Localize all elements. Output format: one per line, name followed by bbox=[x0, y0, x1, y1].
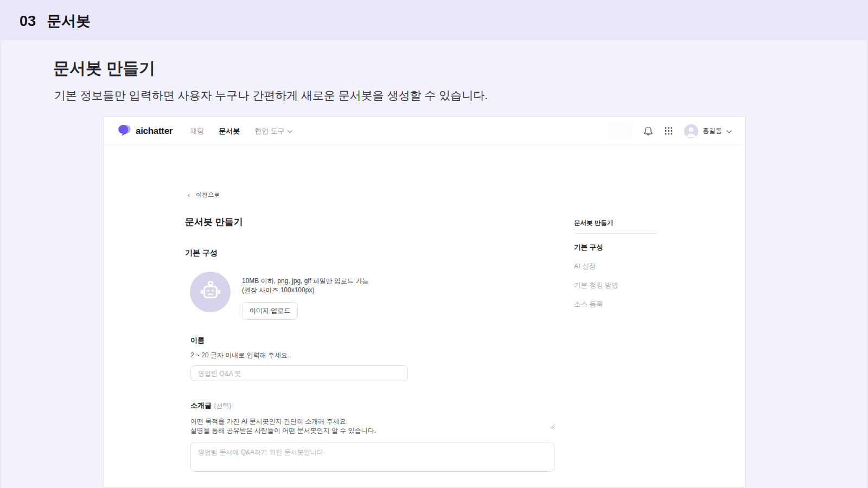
step-ai-settings[interactable]: AI 설정 bbox=[574, 262, 658, 271]
intro-field-label: 소개글 bbox=[190, 401, 212, 409]
brand-logo[interactable]: aichatter bbox=[117, 124, 173, 139]
upload-info: 10MB 이하, png, jpg, gif 파일만 업로드 가능 (권장 사이… bbox=[242, 272, 368, 320]
app-nav: 채팅 문서봇 협업 도구 bbox=[190, 126, 292, 136]
app-body: ‹ 이전으로 문서봇 만들기 기본 구성 bbox=[104, 145, 745, 487]
app-header: aichatter 채팅 문서봇 협업 도구 bbox=[104, 117, 745, 145]
stepper-nav: 문서봇 만들기 기본 구성 AI 설정 기본 청킹 방법 소스 등록 bbox=[574, 219, 658, 309]
step-chunking-method[interactable]: 기본 청킹 방법 bbox=[574, 281, 658, 290]
header-right: 홍길동 bbox=[608, 122, 732, 140]
step-source-register[interactable]: 소스 등록 bbox=[574, 300, 658, 309]
bot-avatar-placeholder bbox=[190, 272, 231, 312]
name-field-group: 이름 2 ~ 20 글자 이내로 입력해 주세요. bbox=[190, 336, 408, 381]
upload-info-line1: 10MB 이하, png, jpg, gif 파일만 업로드 가능 bbox=[242, 277, 368, 286]
slide: 03 문서봇 문서봇 만들기 기본 정보들만 입력하면 사용자 누구나 간편하게… bbox=[0, 0, 868, 488]
step-basic-config[interactable]: 기본 구성 bbox=[574, 243, 658, 252]
intro-field-label-row: 소개글 (선택) bbox=[190, 400, 554, 410]
avatar bbox=[684, 124, 698, 138]
name-field-label: 이름 bbox=[190, 336, 408, 345]
app-screenshot-card: aichatter 채팅 문서봇 협업 도구 bbox=[103, 117, 746, 487]
brand-name: aichatter bbox=[136, 126, 173, 137]
section-title-basic: 기본 구성 bbox=[185, 248, 218, 258]
textarea-resize-handle[interactable] bbox=[550, 424, 555, 429]
image-upload-button[interactable]: 이미지 업로드 bbox=[242, 302, 298, 320]
nav-item-collab-tools[interactable]: 협업 도구 bbox=[254, 126, 292, 136]
stepper-items: 기본 구성 AI 설정 기본 청킹 방법 소스 등록 bbox=[574, 243, 658, 309]
user-menu[interactable]: 홍길동 bbox=[684, 124, 732, 138]
back-label: 이전으로 bbox=[196, 191, 220, 199]
intro-helper-line1: 어떤 목적을 가진 AI 문서봇인지 간단히 소개해 주세요. bbox=[190, 417, 554, 426]
nav-item-chat[interactable]: 채팅 bbox=[190, 126, 204, 136]
chevron-left-icon: ‹ bbox=[188, 191, 190, 198]
nav-item-docbot[interactable]: 문서봇 bbox=[219, 126, 240, 136]
upload-info-line2: (권장 사이즈 100x100px) bbox=[242, 286, 368, 295]
back-link[interactable]: ‹ 이전으로 bbox=[188, 191, 220, 199]
robot-icon bbox=[199, 280, 222, 305]
panel-subtitle: 기본 정보들만 입력하면 사용자 누구나 간편하게 새로운 문서봇을 생성할 수… bbox=[54, 88, 488, 103]
intro-textarea[interactable] bbox=[190, 442, 554, 472]
faded-highlight bbox=[608, 122, 632, 140]
intro-field-helper: 어떤 목적을 가진 AI 문서봇인지 간단히 소개해 주세요. 설명을 통해 공… bbox=[190, 417, 554, 435]
content-panel: 문서봇 만들기 기본 정보들만 입력하면 사용자 누구나 간편하게 새로운 문서… bbox=[1, 40, 867, 488]
name-input[interactable] bbox=[190, 365, 408, 381]
intro-field-group: 소개글 (선택) 어떤 목적을 가진 AI 문서봇인지 간단히 소개해 주세요.… bbox=[190, 400, 554, 472]
stepper-title: 문서봇 만들기 bbox=[574, 219, 658, 227]
chat-bubbles-icon bbox=[117, 124, 132, 139]
nav-item-label: 협업 도구 bbox=[254, 126, 285, 136]
name-field-helper: 2 ~ 20 글자 이내로 입력해 주세요. bbox=[190, 351, 408, 360]
page-title: 문서봇 만들기 bbox=[185, 216, 243, 228]
slide-header: 03 문서봇 bbox=[20, 11, 91, 31]
bell-icon[interactable] bbox=[643, 126, 653, 136]
apps-grid-icon[interactable] bbox=[665, 127, 673, 135]
chevron-down-icon bbox=[288, 127, 292, 135]
user-name: 홍길동 bbox=[703, 126, 722, 136]
intro-field-optional: (선택) bbox=[214, 402, 231, 409]
slide-title: 문서봇 bbox=[47, 11, 91, 31]
panel-heading: 문서봇 만들기 bbox=[53, 57, 155, 80]
slide-number: 03 bbox=[20, 13, 36, 30]
chevron-down-icon bbox=[726, 126, 732, 136]
stepper-divider bbox=[574, 233, 658, 234]
intro-helper-line2: 설명을 통해 공유받은 사람들이 어떤 문서봇인지 알 수 있습니다. bbox=[190, 426, 554, 435]
image-upload-row: 10MB 이하, png, jpg, gif 파일만 업로드 가능 (권장 사이… bbox=[190, 272, 368, 320]
